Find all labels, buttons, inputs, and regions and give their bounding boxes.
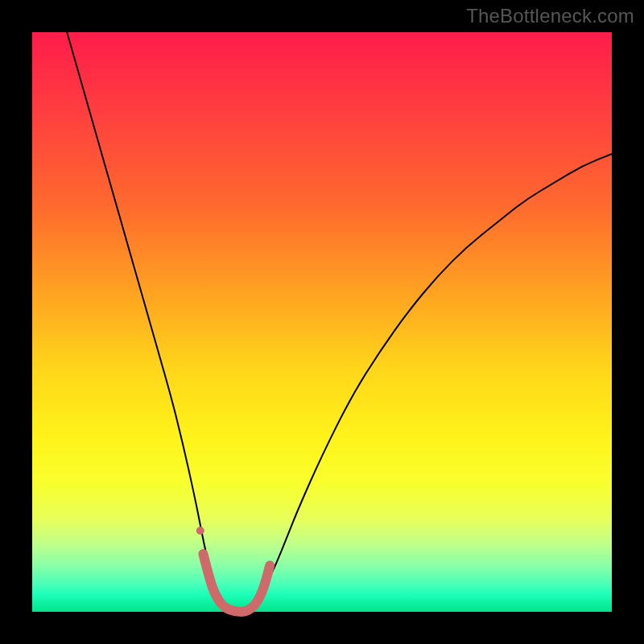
plot-area — [32, 32, 612, 612]
series-bottleneck-curve — [67, 32, 612, 612]
marker-valley-dot — [196, 526, 204, 535]
series-container — [67, 32, 612, 612]
watermark-text: TheBottleneck.com — [466, 5, 634, 27]
chart-svg — [32, 32, 612, 612]
series-valley-highlight — [203, 554, 270, 612]
chart-frame: TheBottleneck.com — [0, 0, 644, 644]
